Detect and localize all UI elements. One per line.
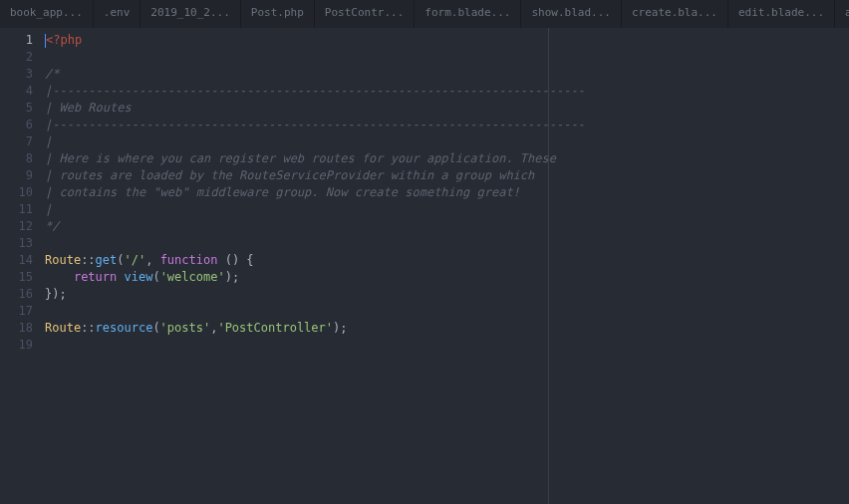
class-name: Route [45,253,81,267]
code-area[interactable]: <?php /* |------------------------------… [45,28,849,504]
editor-main: book_app....env2019_10_2...Post.phpPostC… [0,0,849,504]
punct: ); [333,321,347,335]
line-number: 8 [0,150,33,167]
line-number: 18 [0,320,33,337]
line-number: 4 [0,83,33,100]
line-number: 7 [0,133,33,150]
string: 'welcome' [160,270,225,284]
line-number: 1 [0,32,33,49]
line-number: 2 [0,49,33,66]
tab-2019_10_2-[interactable]: 2019_10_2... [141,0,240,28]
line-gutter: 12345678910111213141516171819 [0,28,45,504]
print-margin [548,28,549,504]
punct: ( [152,321,159,335]
tab-app-php[interactable]: app.php [835,0,849,28]
line-number: 11 [0,201,33,218]
line-number: 13 [0,235,33,252]
line-number: 14 [0,252,33,269]
line-number: 10 [0,184,33,201]
tab-book_app-[interactable]: book_app... [0,0,94,28]
punct: { [239,253,253,267]
keyword: return [74,270,117,284]
tab-Post-php[interactable]: Post.php [241,0,315,28]
keyword: function [160,253,218,267]
operator: :: [81,253,95,267]
tab-create-bla-[interactable]: create.bla... [622,0,728,28]
comment: */ [45,219,59,233]
code-editor[interactable]: 12345678910111213141516171819 <?php /* |… [0,28,849,504]
comment: | [45,202,52,216]
line-number: 3 [0,66,33,83]
comment: | routes are loaded by the RouteServiceP… [45,168,534,182]
punct: }); [45,287,67,301]
line-number: 6 [0,117,33,133]
comment: /* [45,67,59,81]
punct: ) [225,270,232,284]
punct: ( [117,253,124,267]
comment: | contains the "web" middleware group. N… [45,185,520,199]
line-number: 12 [0,218,33,235]
string: '/' [125,253,146,267]
php-tag: <?php [46,33,82,47]
string: 'posts' [160,321,211,335]
punct: , [145,253,159,267]
comment: | Web Routes [45,101,132,115]
string: 'PostController' [217,321,333,335]
class-name: Route [45,321,81,335]
comment: | Here is where you can register web rou… [45,151,556,165]
operator: :: [81,321,95,335]
line-number: 19 [0,337,33,354]
tab--env[interactable]: .env [94,0,142,28]
tab-bar: book_app....env2019_10_2...Post.phpPostC… [0,0,849,28]
line-number: 16 [0,286,33,303]
method: resource [96,321,153,335]
tab-PostContr-[interactable]: PostContr... [315,0,415,28]
comment: | [45,134,52,148]
line-number: 9 [0,167,33,184]
punct: ; [232,270,239,284]
method: get [96,253,118,267]
line-number: 17 [0,303,33,320]
function: view [125,270,153,284]
comment: |---------------------------------------… [45,118,585,131]
comment: |---------------------------------------… [45,84,585,98]
tab-form-blade-[interactable]: form.blade... [415,0,521,28]
tab-edit-blade-[interactable]: edit.blade... [728,0,835,28]
punct: ( [152,270,159,284]
line-number: 5 [0,100,33,117]
tab-show-blad-[interactable]: show.blad... [521,0,621,28]
punct: () [225,253,239,267]
line-number: 15 [0,269,33,286]
